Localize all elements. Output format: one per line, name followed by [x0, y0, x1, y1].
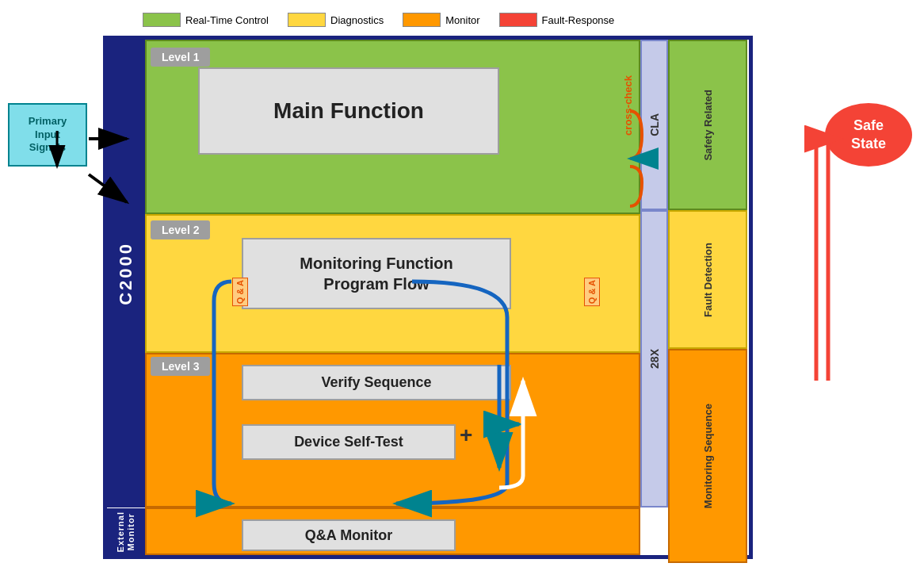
fault-detection-label: Fault Detection	[668, 210, 747, 349]
c2000-bar: C2000	[107, 40, 145, 507]
legend-fault-box	[499, 13, 537, 27]
legend-monitor-label: Monitor	[445, 14, 479, 26]
safe-state-label: SafeState	[851, 117, 886, 154]
28x-label: 28X	[648, 349, 661, 369]
safe-state: SafeState	[825, 103, 912, 167]
legend-monitor-box	[403, 13, 441, 27]
main-function-label: Main Function	[273, 98, 424, 124]
legend-monitor: Monitor	[403, 13, 479, 27]
external-monitor-label: ExternalMonitor	[116, 511, 136, 552]
legend-diagnostics: Diagnostics	[288, 13, 384, 27]
monitoring-function-label: Monitoring FunctionProgram Flow	[300, 253, 452, 294]
fault-detection-text: Fault Detection	[702, 243, 714, 317]
cla-bar: CLA	[640, 40, 668, 210]
monitoring-sequence-text: Monitoring Sequence	[702, 404, 714, 508]
main-diagram: C2000 ExternalMonitor Level 1 Level 2 Le…	[103, 36, 769, 567]
legend-diagnostics-label: Diagnostics	[330, 14, 384, 26]
verify-sequence-box: Verify Sequence	[242, 365, 511, 400]
qa-label-left: Q & A	[232, 278, 248, 306]
external-monitor-bar: ExternalMonitor	[107, 508, 145, 556]
monitoring-function-box: Monitoring FunctionProgram Flow	[242, 238, 511, 309]
safety-related-text: Safety Related	[702, 90, 714, 161]
device-selftest-box: Device Self-Test	[242, 424, 456, 460]
qa-monitor-box: Q&A Monitor	[242, 519, 456, 551]
primary-input-label: PrimaryInputSignals	[29, 115, 67, 155]
plus-icon: +	[460, 423, 472, 448]
legend: Real-Time Control Diagnostics Monitor Fa…	[127, 6, 924, 33]
level1-badge: Level 1	[151, 48, 210, 67]
safety-related-label: Safety Related	[668, 40, 747, 210]
cla-label: CLA	[648, 113, 661, 136]
legend-realtime: Real-Time Control	[143, 13, 269, 27]
main-function-box: Main Function	[198, 67, 499, 155]
right-labels: Safety Related Fault Detection Monitorin…	[668, 40, 747, 563]
verify-sequence-label: Verify Sequence	[321, 374, 431, 391]
legend-realtime-box	[143, 13, 181, 27]
primary-input-box: PrimaryInputSignals	[8, 103, 87, 167]
device-selftest-label: Device Self-Test	[294, 434, 403, 450]
monitoring-sequence-label: Monitoring Sequence	[668, 349, 747, 563]
c2000-label: C2000	[116, 242, 136, 305]
28x-bar: 28X	[640, 210, 668, 507]
qa-label-right: Q & A	[584, 278, 600, 306]
level3-badge: Level 3	[151, 357, 210, 376]
legend-fault-label: Fault-Response	[542, 14, 615, 26]
crosscheck-label: cross-check	[622, 75, 634, 136]
legend-fault: Fault-Response	[499, 13, 615, 27]
qa-monitor-label: Q&A Monitor	[305, 527, 392, 544]
level2-badge: Level 2	[151, 220, 210, 239]
legend-realtime-label: Real-Time Control	[185, 14, 269, 26]
legend-diagnostics-box	[288, 13, 326, 27]
